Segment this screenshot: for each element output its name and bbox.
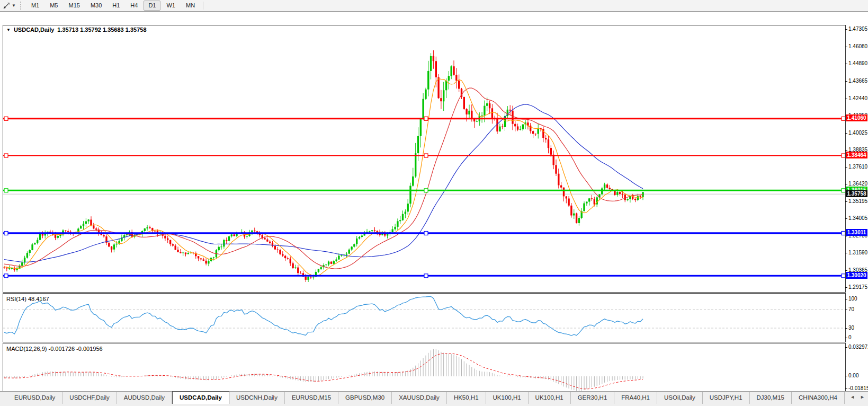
hline-handle[interactable] (4, 117, 8, 120)
timeframe-button-m5[interactable]: M5 (45, 1, 62, 11)
chart-tab-dj30-m15[interactable]: DJ30,M15 (750, 392, 792, 404)
price-tick-mark (845, 184, 847, 184)
chart-tab-usdcnh-daily[interactable]: USDCNH,Daily (229, 392, 285, 404)
price-tick-mark (845, 150, 847, 151)
macd-axis-label: 0.00 (848, 373, 858, 378)
mid-ma-line (4, 88, 643, 269)
chart-tab-eurusd-daily[interactable]: EURUSD,Daily (7, 392, 62, 404)
price-tick-label: 1.46080 (848, 43, 867, 49)
rsi-tick-mark (845, 310, 847, 310)
macd-tick-mark (845, 376, 847, 376)
timeframe-button-mn[interactable]: MN (181, 1, 200, 11)
price-badge-1.41060: 1.41060 (846, 114, 867, 121)
macd-axis-label: 0.032972 (848, 344, 868, 350)
macd-canvas[interactable] (3, 343, 845, 392)
chart-tab-uk100-h1[interactable]: UK100,H1 (486, 392, 529, 404)
price-tick-label: 1.35195 (848, 198, 867, 204)
hline-handle[interactable] (4, 274, 8, 278)
chart-symbol-period: USDCAD,Daily (14, 27, 54, 33)
hline-handle[interactable] (4, 232, 8, 235)
hline-handle[interactable] (424, 232, 428, 235)
chart-title[interactable]: ▼ USDCAD,Daily 1.35713 1.35792 1.35683 1… (6, 27, 147, 33)
hline-handle[interactable] (424, 274, 428, 278)
price-tick-label: 1.43665 (848, 78, 867, 84)
macd-histogram (4, 349, 643, 392)
chart-tab-xauusd-daily[interactable]: XAUUSD,Daily (392, 392, 447, 404)
line-studies-icon (3, 2, 11, 10)
hline-handle[interactable] (424, 154, 428, 157)
price-tick-label: 1.36420 (848, 181, 867, 187)
chart-ohlc-values: 1.35713 1.35792 1.35683 1.35758 (57, 27, 146, 33)
bottom-strip (0, 404, 868, 406)
price-tick-label: 1.29175 (848, 284, 867, 290)
hline-handle[interactable] (842, 189, 845, 192)
chart-tab-eurusd-m15[interactable]: EURUSD,M15 (285, 392, 338, 404)
price-tick-mark (845, 47, 847, 47)
mt4-terminal: ▼ M1M5M15M30H1H4D1W1MN ▼ USDCAD,Daily 1.… (0, 0, 868, 406)
chart-tab-usdcad-daily[interactable]: USDCAD,Daily (172, 391, 229, 404)
price-badge-1.35758: 1.35758 (846, 190, 867, 197)
price-axis[interactable]: 1.473051.460801.448901.436651.424401.412… (845, 23, 868, 403)
chart-tab-china300-h4[interactable]: CHINA300,H4 (792, 392, 845, 404)
rsi-canvas[interactable] (3, 294, 845, 342)
hline-handle[interactable] (424, 117, 428, 120)
macd-axis-label: -0.018154 (848, 385, 868, 391)
timeframe-button-w1[interactable]: W1 (162, 1, 180, 11)
rsi-axis-label: 70 (848, 306, 854, 312)
timeframe-button-h4[interactable]: H4 (126, 1, 142, 11)
hline-handle[interactable] (842, 117, 845, 120)
macd-tick-mark (845, 347, 847, 348)
price-tick-mark (845, 201, 847, 202)
main-price-pane[interactable] (3, 25, 846, 293)
chart-tab-ger30-h1[interactable]: GER30,H1 (571, 392, 615, 404)
hline-handle[interactable] (4, 189, 8, 192)
price-tick-mark (845, 218, 847, 219)
tab-scroll-right-icon[interactable]: ► (860, 394, 865, 400)
price-tick-mark (845, 64, 847, 64)
rsi-axis-label: 100 (848, 296, 857, 302)
price-tick-mark (845, 287, 847, 288)
tab-scroll-left-icon[interactable]: ◄ (850, 394, 855, 400)
hline-handle[interactable] (424, 189, 428, 192)
timeframe-button-m15[interactable]: M15 (64, 1, 84, 11)
hline-handle[interactable] (842, 154, 845, 157)
timeframe-buttons: M1M5M15M30H1H4D1W1MN (26, 1, 200, 11)
price-tick-label: 1.37610 (848, 164, 867, 170)
price-tick-label: 1.44890 (848, 60, 867, 66)
chart-tab-fra40-h1[interactable]: FRA40,H1 (614, 392, 657, 404)
toolbar-grip (20, 2, 23, 10)
timeframe-button-d1[interactable]: D1 (144, 1, 160, 11)
hline-handle[interactable] (842, 232, 845, 235)
chart-tab-usdchf-daily[interactable]: USDCHF,Daily (62, 392, 117, 404)
price-tick-mark (845, 81, 847, 82)
chart-window: ▼ USDCAD,Daily 1.35713 1.35792 1.35683 1… (0, 11, 868, 392)
chart-tab-gbpusd-m30[interactable]: GBPUSD,M30 (338, 392, 392, 404)
line-studies-button[interactable]: ▼ (0, 1, 18, 11)
price-tick-mark (845, 167, 847, 167)
rsi-axis-label: 30 (848, 325, 854, 331)
chart-tab-hk50-h1[interactable]: HK50,H1 (447, 392, 486, 404)
chart-tab-usdjpy-h1[interactable]: USDJPY,H1 (703, 392, 750, 404)
macd-signal-line (4, 354, 643, 389)
rsi-tick-mark (845, 328, 847, 329)
rsi-pane[interactable]: RSI(14) 48.4167 (3, 293, 846, 342)
price-tick-label: 1.42440 (848, 95, 867, 101)
toolbar-separator (203, 2, 203, 10)
price-tick-mark (845, 253, 847, 253)
macd-tick-mark (845, 389, 847, 389)
hline-handle[interactable] (842, 274, 845, 278)
price-chart-canvas[interactable] (3, 25, 845, 292)
timeframe-button-h1[interactable]: H1 (108, 1, 124, 11)
rsi-tick-mark (845, 338, 847, 338)
macd-pane[interactable]: MACD(12,26,9) -0.001726 -0.001956 (3, 343, 846, 393)
chart-tab-audusd-daily[interactable]: AUDUSD,Daily (117, 392, 172, 404)
chart-tab-uk100-h1[interactable]: UK100,H1 (529, 392, 571, 404)
rsi-tick-mark (845, 299, 847, 299)
tab-scroll-arrows: ◄ ► (850, 394, 865, 400)
price-badge-1.30020: 1.30020 (846, 272, 867, 279)
price-tick-mark (845, 133, 847, 134)
timeframe-button-m1[interactable]: M1 (26, 1, 44, 11)
hline-handle[interactable] (4, 154, 8, 157)
timeframe-button-m30[interactable]: M30 (86, 1, 106, 11)
chart-tab-usoil-daily[interactable]: USOil,Daily (657, 392, 703, 404)
